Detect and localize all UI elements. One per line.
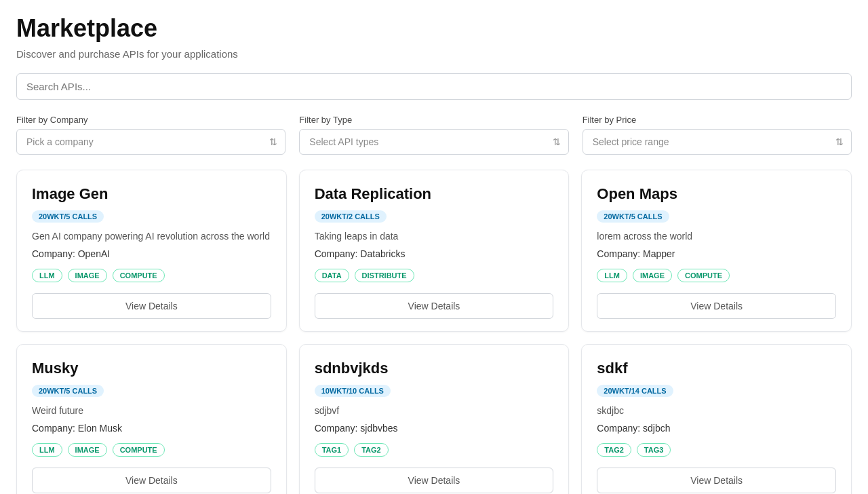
view-details-button[interactable]: View Details [597, 293, 836, 319]
page-title: Marketplace [16, 14, 852, 43]
card-description: lorem across the world [597, 231, 836, 242]
card-tags: DATADISTRIBUTE [315, 269, 554, 282]
card-company: Company: sjdbvbes [315, 423, 554, 434]
filter-type-label: Filter by Type [299, 115, 568, 125]
tag: IMAGE [633, 269, 672, 282]
filter-type-wrapper: Select API types [299, 129, 568, 155]
card-title: Image Gen [32, 185, 271, 203]
price-badge: 20WKT/5 CALLS [32, 385, 104, 397]
tag: TAG3 [637, 443, 671, 457]
filter-price-select[interactable]: Select price range [583, 129, 852, 155]
card-tags: LLMIMAGECOMPUTE [597, 269, 836, 282]
card-title: Data Replication [315, 185, 554, 203]
filter-type-group: Filter by Type Select API types [299, 115, 568, 155]
card-company: Company: sdjbch [597, 423, 836, 434]
tag: TAG2 [597, 443, 631, 457]
view-details-button[interactable]: View Details [315, 293, 554, 319]
card-tags: TAG2TAG3 [597, 443, 836, 457]
filter-company-label: Filter by Company [16, 115, 285, 125]
card-item: sdkf 20WKT/14 CALLS skdjbc Company: sdjb… [581, 344, 852, 494]
tag: COMPUTE [677, 269, 730, 282]
card-tags: LLMIMAGECOMPUTE [32, 269, 271, 282]
cards-grid: Image Gen 20WKT/5 CALLS Gen AI company p… [16, 170, 852, 494]
filter-company-wrapper: Pick a company [16, 129, 285, 155]
tag: IMAGE [68, 269, 107, 282]
card-tags: LLMIMAGECOMPUTE [32, 443, 271, 457]
page-subtitle: Discover and purchase APIs for your appl… [16, 48, 852, 60]
card-title: Musky [32, 360, 271, 377]
filter-price-wrapper: Select price range [583, 129, 852, 155]
price-badge: 20WKT/14 CALLS [597, 385, 673, 397]
card-description: sdjbvf [315, 405, 554, 416]
card-description: Gen AI company powering AI revolution ac… [32, 231, 271, 242]
tag: IMAGE [68, 443, 107, 457]
filter-price-group: Filter by Price Select price range [583, 115, 852, 155]
filter-type-select[interactable]: Select API types [299, 129, 568, 155]
card-company: Company: Mapper [597, 248, 836, 259]
view-details-button[interactable]: View Details [32, 468, 271, 493]
card-item: Image Gen 20WKT/5 CALLS Gen AI company p… [16, 170, 287, 332]
filter-price-label: Filter by Price [583, 115, 852, 125]
price-badge: 20WKT/2 CALLS [315, 210, 387, 223]
card-description: Weird future [32, 405, 271, 416]
price-badge: 10WKT/10 CALLS [315, 385, 391, 397]
card-description: Taking leaps in data [315, 231, 554, 242]
tag: DATA [315, 269, 349, 282]
tag: COMPUTE [113, 269, 165, 282]
card-tags: TAG1TAG2 [315, 443, 554, 457]
filter-company-group: Filter by Company Pick a company [16, 115, 285, 155]
card-title: Open Maps [597, 185, 836, 203]
filters-row: Filter by Company Pick a company Filter … [16, 115, 852, 155]
view-details-button[interactable]: View Details [32, 293, 271, 319]
tag: COMPUTE [113, 443, 165, 457]
card-title: sdkf [597, 360, 836, 377]
price-badge: 20WKT/5 CALLS [597, 210, 669, 223]
card-company: Company: Elon Musk [32, 423, 271, 434]
tag: TAG2 [354, 443, 389, 457]
view-details-button[interactable]: View Details [597, 468, 836, 493]
card-item: sdnbvjkds 10WKT/10 CALLS sdjbvf Company:… [299, 344, 570, 494]
tag: LLM [32, 443, 62, 457]
card-item: Open Maps 20WKT/5 CALLS lorem across the… [581, 170, 852, 332]
card-company: Company: OpenAI [32, 248, 271, 259]
filter-company-select[interactable]: Pick a company [16, 129, 285, 155]
card-title: sdnbvjkds [315, 360, 554, 377]
price-badge: 20WKT/5 CALLS [32, 210, 104, 223]
card-description: skdjbc [597, 405, 836, 416]
card-company: Company: Databricks [315, 248, 554, 259]
search-input[interactable] [16, 73, 852, 100]
tag: LLM [32, 269, 62, 282]
tag: LLM [597, 269, 627, 282]
view-details-button[interactable]: View Details [315, 468, 554, 493]
tag: TAG1 [315, 443, 349, 457]
tag: DISTRIBUTE [355, 269, 414, 282]
card-item: Data Replication 20WKT/2 CALLS Taking le… [299, 170, 570, 332]
card-item: Musky 20WKT/5 CALLS Weird future Company… [16, 344, 287, 494]
